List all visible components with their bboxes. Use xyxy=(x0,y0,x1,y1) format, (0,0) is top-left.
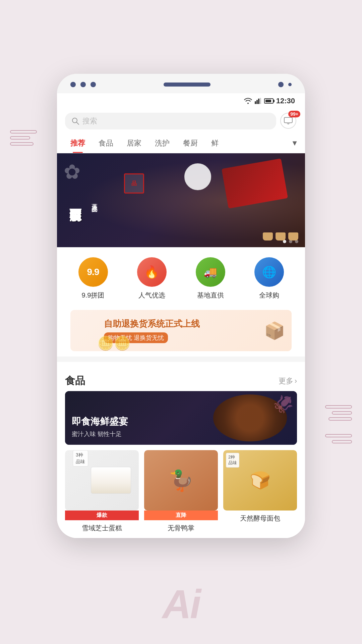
phone-hardware-top xyxy=(57,74,305,93)
promo-banner-wrapper: 🪙🪙 自助退换货系统正式上线 购物无忧 退换货无忧 📦 xyxy=(57,310,305,357)
tab-wash[interactable]: 洗护 xyxy=(148,133,176,153)
tab-home[interactable]: 居家 xyxy=(120,133,148,153)
product-img-cake: 3种品味 xyxy=(65,450,139,511)
tab-recommended[interactable]: 推荐 xyxy=(64,133,92,153)
quick-icon-popular[interactable]: 🔥 人气优选 xyxy=(137,257,167,300)
mooncake-box xyxy=(222,158,288,208)
sensor-dot-2 xyxy=(80,82,86,87)
sensor-dot-3 xyxy=(90,82,96,87)
message-count-badge: 99+ xyxy=(288,111,300,117)
product-img-bread: 2种品味 🍞 xyxy=(223,450,297,511)
svg-rect-6 xyxy=(284,117,292,123)
banner-text-area: 圆满中秋汇百香 月下佳人 岁岁品优选 xyxy=(57,199,109,201)
svg-rect-2 xyxy=(258,99,259,104)
global-icon-symbol: 🌐 xyxy=(262,265,276,279)
ad-box-icon: 📦 xyxy=(264,321,285,340)
product-tag-duck: 直降 xyxy=(144,511,218,520)
food-section-more[interactable]: 更多 › xyxy=(279,376,297,386)
global-icon: 🌐 xyxy=(254,257,284,287)
supply-icon-symbol: 🚚 xyxy=(204,266,217,278)
tab-fresh[interactable]: 鲜 xyxy=(204,133,225,153)
status-bar: 12:30 xyxy=(57,93,305,109)
message-badge[interactable]: 99+ xyxy=(280,113,297,129)
quick-icon-group[interactable]: 9.9 9.9拼团 xyxy=(78,257,108,300)
search-input-wrap[interactable]: 搜索 xyxy=(65,113,276,129)
variety-badge-bread: 2种品味 xyxy=(226,453,239,468)
cake-visual xyxy=(91,467,131,494)
sensor-dot-5 xyxy=(288,83,292,86)
coins-decoration: 🪙🪙 xyxy=(97,335,131,351)
tea-cups xyxy=(263,232,298,240)
food-banner-sub: 蜜汁入味 韧性十足 xyxy=(72,430,128,438)
category-tabs: 推荐 食品 居家 洗护 餐厨 鲜 ▼ xyxy=(57,133,305,153)
banner-main-text: 圆满中秋汇百香 xyxy=(67,199,84,201)
battery-icon xyxy=(264,98,274,104)
popular-icon: 🔥 xyxy=(137,257,167,287)
food-section-header: 食品 更多 › xyxy=(57,367,305,391)
phone-frame: 12:30 搜索 99+ xyxy=(57,74,305,538)
sensor-dot-1 xyxy=(70,82,76,87)
global-text: 全球购 xyxy=(259,291,279,300)
section-divider-1 xyxy=(57,357,305,362)
food-banner[interactable]: 🦑 即食海鲜盛宴 蜜汁入味 韧性十足 xyxy=(65,391,297,445)
deco-lines-right xyxy=(325,402,352,446)
sensor-dot-4 xyxy=(278,82,284,87)
group-buy-icon: 9.9 xyxy=(78,257,108,287)
search-bar: 搜索 99+ xyxy=(57,109,305,133)
banner-seal: 品 xyxy=(124,173,144,194)
quick-icon-supply[interactable]: 🚚 基地直供 xyxy=(196,257,225,300)
product-grid: 3种品味 爆款 雪域芝士蛋糕 🦆 直降 无骨鸭掌 xyxy=(57,445,305,538)
quick-icons-section: 9.9 9.9拼团 🔥 人气优选 🚚 基地直供 🌐 全球购 xyxy=(57,247,305,310)
search-icon xyxy=(72,117,79,125)
status-time: 12:30 xyxy=(276,97,295,105)
seafood-deco: 🦑 xyxy=(273,394,294,414)
deco-lines-left xyxy=(10,127,37,148)
main-banner[interactable]: ✿ 圆满中秋汇百香 月下佳人 岁岁品优选 品 xyxy=(57,153,305,247)
product-name-cake: 雪域芝士蛋糕 xyxy=(65,524,139,533)
product-name-bread: 天然酵母面包 xyxy=(223,514,297,523)
svg-rect-1 xyxy=(256,100,258,104)
popular-text: 人气优选 xyxy=(138,291,165,300)
product-tag-cake: 爆款 xyxy=(65,511,139,520)
svg-rect-0 xyxy=(255,101,256,104)
svg-rect-3 xyxy=(260,98,261,104)
food-banner-title: 即食海鲜盛宴 xyxy=(72,415,128,428)
phone-sensors-right xyxy=(278,82,292,87)
phone-sensors xyxy=(70,82,96,87)
group-buy-text: 9.9拼团 xyxy=(82,291,105,300)
supply-text: 基地直供 xyxy=(197,291,224,300)
supply-icon: 🚚 xyxy=(196,257,225,287)
food-banner-text: 即食海鲜盛宴 蜜汁入味 韧性十足 xyxy=(72,415,128,438)
product-card-duck[interactable]: 🦆 直降 无骨鸭掌 xyxy=(144,450,218,533)
phone-speaker xyxy=(164,83,210,87)
tab-food[interactable]: 食品 xyxy=(92,133,120,153)
product-img-duck: 🦆 xyxy=(144,450,218,511)
tab-kitchen[interactable]: 餐厨 xyxy=(176,133,204,153)
food-section-title: 食品 xyxy=(65,374,85,388)
ad-title: 自助退换货系统正式上线 xyxy=(104,318,264,330)
popular-icon-symbol: 🔥 xyxy=(144,265,159,279)
search-placeholder-text: 搜索 xyxy=(82,116,97,126)
tab-more-button[interactable]: ▼ xyxy=(291,139,298,148)
banner-food-area xyxy=(178,153,305,247)
product-card-cake[interactable]: 3种品味 爆款 雪域芝士蛋糕 xyxy=(65,450,139,533)
screen: 12:30 搜索 99+ xyxy=(57,93,305,538)
status-icons: 12:30 xyxy=(244,97,295,105)
quick-icon-global[interactable]: 🌐 全球购 xyxy=(254,257,284,300)
banner-branch-deco: ✿ xyxy=(64,160,80,183)
svg-line-5 xyxy=(76,122,79,124)
signal-icon xyxy=(255,98,261,104)
wifi-icon xyxy=(244,98,252,104)
variety-badge-cake: 3种品味 xyxy=(73,450,88,467)
banner-sub-texts: 月下佳人 岁岁品优选 xyxy=(86,199,99,201)
group-buy-label: 9.9 xyxy=(87,267,99,277)
plate xyxy=(184,163,211,190)
product-card-bread[interactable]: 2种品味 🍞 天然酵母面包 xyxy=(223,450,297,533)
product-name-duck: 无骨鸭掌 xyxy=(144,524,218,533)
promo-banner[interactable]: 🪙🪙 自助退换货系统正式上线 购物无忧 退换货无忧 📦 xyxy=(70,310,292,351)
